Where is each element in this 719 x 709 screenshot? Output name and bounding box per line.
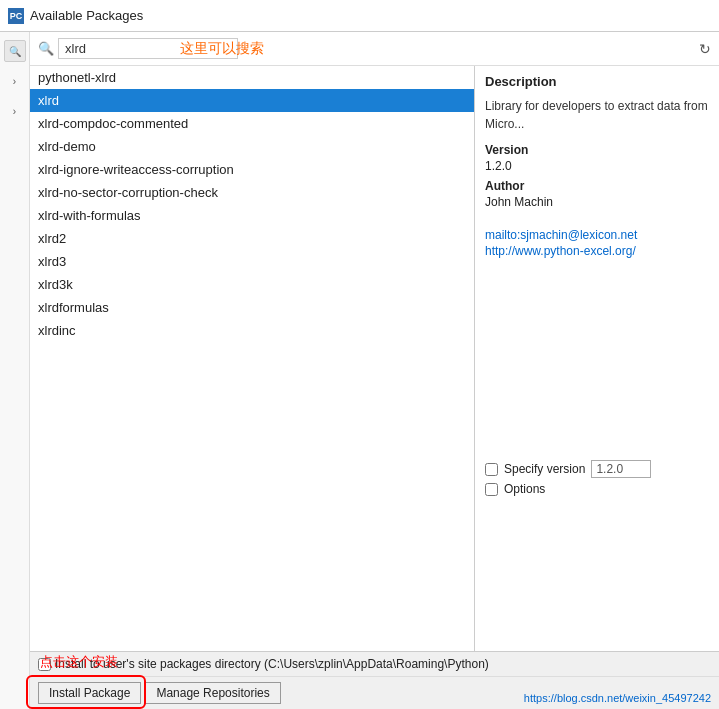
options-label: Options: [504, 482, 545, 496]
package-item[interactable]: xlrd-demo: [30, 135, 474, 158]
package-item[interactable]: pythonetl-xlrd: [30, 66, 474, 89]
window-title: Available Packages: [30, 8, 143, 23]
options-checkbox[interactable]: [485, 483, 498, 496]
description-pane: Description Library for developers to ex…: [475, 66, 719, 651]
author-value: John Machin: [485, 195, 709, 209]
package-item[interactable]: xlrd3k: [30, 273, 474, 296]
package-item[interactable]: xlrdformulas: [30, 296, 474, 319]
package-item[interactable]: xlrd-ignore-writeaccess-corruption: [30, 158, 474, 181]
site-packages-checkbox[interactable]: [38, 658, 51, 671]
email-link[interactable]: mailto:sjmachin@lexicon.net: [485, 228, 709, 242]
version-value: 1.2.0: [485, 159, 709, 173]
website-link[interactable]: http://www.python-excel.org/: [485, 244, 709, 258]
description-text: Library for developers to extract data f…: [485, 97, 709, 133]
package-item[interactable]: xlrd: [30, 89, 474, 112]
button-bar: Install Package Manage Repositories http…: [30, 676, 719, 709]
footer-bar: Install to user's site packages director…: [30, 651, 719, 676]
author-label: Author: [485, 179, 709, 193]
options-row: Options: [485, 482, 709, 496]
sidebar-search-btn[interactable]: 🔍: [4, 40, 26, 62]
content-area: 🔍 这里可以搜索 ↻ pythonetl-xlrdxlrdxlrd-compdo…: [30, 32, 719, 709]
package-item[interactable]: xlrd-with-formulas: [30, 204, 474, 227]
version-input[interactable]: [591, 460, 651, 478]
site-packages-label: Install to user's site packages director…: [55, 657, 489, 671]
package-list-pane: pythonetl-xlrdxlrdxlrd-compdoc-commented…: [30, 66, 475, 651]
search-input[interactable]: [58, 38, 238, 59]
package-item[interactable]: xlrd-compdoc-commented: [30, 112, 474, 135]
specify-version-label: Specify version: [504, 462, 585, 476]
install-package-button[interactable]: Install Package: [38, 682, 141, 704]
description-header: Description: [485, 74, 709, 89]
package-list: pythonetl-xlrdxlrdxlrd-compdoc-commented…: [30, 66, 474, 651]
refresh-icon[interactable]: ↻: [699, 41, 711, 57]
search-bar: 🔍 这里可以搜索 ↻: [30, 32, 719, 66]
sidebar-chevron-2[interactable]: ›: [4, 100, 26, 122]
specify-version-row: Specify version: [485, 460, 709, 478]
sidebar: 🔍 › ›: [0, 32, 30, 709]
search-icon: 🔍: [38, 41, 54, 56]
version-label: Version: [485, 143, 709, 157]
sidebar-chevron-1[interactable]: ›: [4, 70, 26, 92]
manage-repositories-button[interactable]: Manage Repositories: [145, 682, 280, 704]
specify-version-checkbox[interactable]: [485, 463, 498, 476]
pane-container: pythonetl-xlrdxlrdxlrd-compdoc-commented…: [30, 66, 719, 651]
title-bar: PC Available Packages: [0, 0, 719, 32]
app-icon: PC: [8, 8, 24, 24]
package-item[interactable]: xlrd-no-sector-corruption-check: [30, 181, 474, 204]
package-item[interactable]: xlrd2: [30, 227, 474, 250]
package-item[interactable]: xlrd3: [30, 250, 474, 273]
main-container: 🔍 › › 🔍 这里可以搜索 ↻ pythonetl-xlrdxlrdxlrd-…: [0, 32, 719, 709]
footer-link: https://blog.csdn.net/weixin_45497242: [524, 692, 711, 704]
package-item[interactable]: xlrdinc: [30, 319, 474, 342]
